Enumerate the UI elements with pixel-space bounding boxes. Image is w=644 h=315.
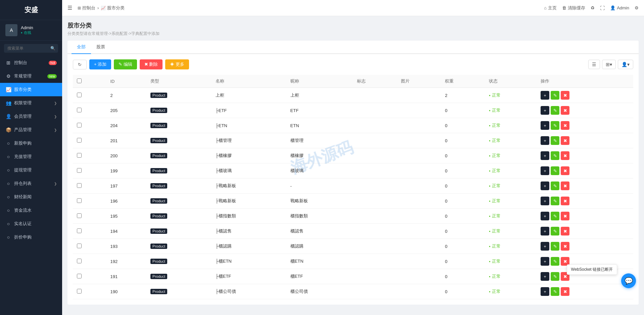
sidebar-item-recharge[interactable]: ○ 充值管理 (0, 150, 62, 163)
row-checkbox[interactable] (77, 168, 82, 173)
row-checkbox[interactable] (77, 259, 82, 263)
row-edit-button[interactable]: ✎ (551, 287, 559, 296)
row-add-button[interactable]: + (541, 212, 549, 220)
row-delete-button[interactable]: ✖ (561, 91, 569, 100)
row-edit-button[interactable]: ✎ (551, 106, 559, 115)
cell-id: 196 (106, 194, 146, 209)
row-add-button[interactable]: + (541, 121, 549, 130)
topbar-refresh[interactable]: ♻ (591, 5, 595, 10)
breadcrumb-console[interactable]: ⊞ 控制台 (78, 5, 95, 11)
row-edit-button[interactable]: ✎ (551, 212, 559, 220)
row-delete-button[interactable]: ✖ (561, 151, 569, 160)
row-add-button[interactable]: + (541, 197, 549, 205)
row-delete-button[interactable]: ✖ (561, 212, 569, 220)
sidebar-item-cashflow[interactable]: ○ 资金流水 (0, 204, 62, 217)
sidebar-item-permission[interactable]: 👥 权限管理 ❯ (0, 96, 62, 110)
row-add-button[interactable]: + (541, 257, 549, 266)
row-delete-button[interactable]: ✖ (561, 136, 569, 145)
topbar-expand[interactable]: ⛶ (600, 5, 605, 11)
topbar-avatar[interactable]: 👤 Admin (610, 5, 629, 10)
column-settings-button[interactable]: 👤▾ (618, 60, 633, 69)
sidebar-item-withdraw[interactable]: ○ 提现管理 (0, 163, 62, 177)
table-view-button[interactable]: ☰ (588, 60, 600, 69)
search-icon: 🔍 (50, 46, 55, 51)
menu-toggle-icon[interactable]: ☰ (67, 5, 72, 11)
topbar-settings[interactable]: ⚙ (635, 5, 639, 10)
row-checkbox[interactable] (77, 289, 82, 294)
row-checkbox[interactable] (77, 108, 82, 112)
row-delete-button[interactable]: ✖ (561, 121, 569, 130)
th-nickname: 昵称 (286, 75, 353, 88)
add-button[interactable]: + 添加 (89, 59, 111, 69)
row-delete-button[interactable]: ✖ (561, 106, 569, 115)
sidebar-item-product[interactable]: 📦 产品管理 ❯ (0, 123, 62, 137)
cell-actions: + ✎ ✖ (537, 178, 633, 194)
row-edit-button[interactable]: ✎ (551, 242, 559, 251)
row-checkbox[interactable] (77, 228, 82, 233)
row-add-button[interactable]: + (541, 136, 549, 145)
row-edit-button[interactable]: ✎ (551, 227, 559, 235)
row-add-button[interactable]: + (541, 91, 549, 100)
row-edit-button[interactable]: ✎ (551, 197, 559, 205)
row-edit-button[interactable]: ✎ (551, 136, 559, 145)
row-checkbox[interactable] (77, 198, 82, 203)
search-input[interactable] (4, 44, 58, 53)
select-all-checkbox[interactable] (77, 78, 82, 83)
row-checkbox[interactable] (77, 93, 82, 97)
sidebar-item-finance[interactable]: ○ 财经新闻 (0, 190, 62, 204)
sidebar-item-kyc[interactable]: ○ 实名认证 (0, 217, 62, 230)
row-add-button[interactable]: + (541, 106, 549, 115)
row-checkbox[interactable] (77, 213, 82, 218)
row-edit-button[interactable]: ✎ (551, 91, 559, 100)
row-edit-button[interactable]: ✎ (551, 181, 559, 190)
chat-button[interactable]: 💬 (621, 273, 636, 288)
row-add-button[interactable]: + (541, 242, 549, 251)
action-buttons: + ✎ ✖ (541, 151, 629, 160)
topbar-home[interactable]: ⌂ 主页 (544, 5, 557, 11)
topbar-clear-cache[interactable]: 🗑 清除缓存 (562, 5, 585, 11)
row-edit-button[interactable]: ✎ (551, 151, 559, 160)
row-add-button[interactable]: + (541, 151, 549, 160)
row-edit-button[interactable]: ✎ (551, 166, 559, 175)
status-badge: 正常 (489, 273, 533, 279)
row-add-button[interactable]: + (541, 272, 549, 281)
cell-checkbox (73, 224, 106, 239)
row-add-button[interactable]: + (541, 181, 549, 190)
delete-button[interactable]: ✖ 删除 (140, 59, 163, 69)
cell-type: Product (146, 254, 211, 269)
sidebar-item-stock-category[interactable]: 📈 股市分类 (0, 83, 62, 96)
row-checkbox[interactable] (77, 244, 82, 248)
row-checkbox[interactable] (77, 153, 82, 158)
row-delete-button[interactable]: ✖ (561, 181, 569, 190)
row-add-button[interactable]: + (541, 287, 549, 296)
sidebar-item-discount[interactable]: ○ 折价申购 (0, 230, 62, 244)
row-delete-button[interactable]: ✖ (561, 242, 569, 251)
sidebar-item-regular[interactable]: ⚙ 常规管理 new (0, 69, 62, 83)
edit-button[interactable]: ✎ 编辑 (114, 59, 137, 69)
grid-view-button[interactable]: ⊞▾ (602, 60, 616, 69)
sidebar-item-positions[interactable]: ○ 持仓列表 ❯ (0, 177, 62, 190)
tab-stock[interactable]: 股票 (91, 41, 110, 54)
sidebar-item-member[interactable]: 👤 会员管理 ❯ (0, 110, 62, 123)
row-delete-button[interactable]: ✖ (561, 227, 569, 235)
row-add-button[interactable]: + (541, 166, 549, 175)
breadcrumb-stock[interactable]: 📈 股市分类 (101, 5, 125, 11)
tab-all[interactable]: 全部 (72, 41, 91, 54)
row-add-button[interactable]: + (541, 227, 549, 235)
row-delete-button[interactable]: ✖ (561, 166, 569, 175)
cell-type: Product (146, 88, 211, 103)
row-checkbox[interactable] (77, 138, 82, 143)
row-delete-button[interactable]: ✖ (561, 287, 569, 296)
row-edit-button[interactable]: ✎ (551, 257, 559, 266)
row-edit-button[interactable]: ✎ (551, 272, 559, 281)
row-delete-button[interactable]: ✖ (561, 197, 569, 205)
row-edit-button[interactable]: ✎ (551, 121, 559, 130)
refresh-button[interactable]: ↻ (73, 60, 87, 69)
product-badge: Product (150, 108, 167, 113)
more-button[interactable]: ◈ 更多 (165, 59, 189, 69)
row-checkbox[interactable] (77, 123, 82, 127)
sidebar-item-ipo[interactable]: ○ 新股申购 (0, 137, 62, 150)
sidebar-item-console[interactable]: ⊞ 控制台 hot (0, 56, 62, 69)
row-checkbox[interactable] (77, 183, 82, 188)
row-checkbox[interactable] (77, 274, 82, 278)
